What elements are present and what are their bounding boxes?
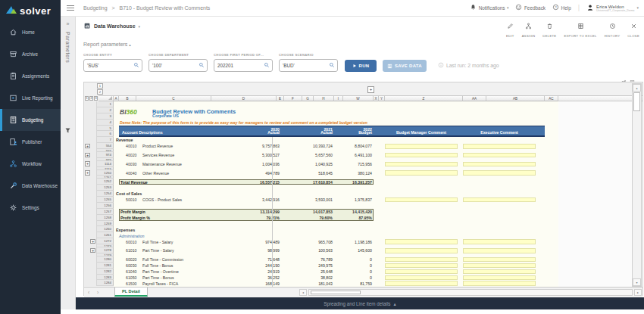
expand-chevrons-icon[interactable]: »	[67, 21, 70, 26]
budget-manager-comment-cell[interactable]	[385, 170, 458, 176]
sidebar-item-settings[interactable]: Settings	[0, 197, 61, 219]
entity-input[interactable]: 'SUS'	[83, 59, 142, 72]
sidebar-item-assignments[interactable]: Assignments	[0, 65, 61, 87]
sidebar-item-archive[interactable]: Archive	[0, 43, 61, 65]
history-button[interactable]: HISTORY	[605, 19, 621, 38]
column-header-G[interactable]: G	[302, 95, 314, 101]
executive-comment-cell[interactable]	[463, 197, 536, 203]
parameters-rail[interactable]: » Parameters	[61, 17, 76, 309]
scroll-up-icon[interactable]: ▴	[633, 84, 641, 92]
column-header-I[interactable]: I	[334, 95, 343, 101]
executive-comment-cell[interactable]	[463, 144, 536, 149]
vertical-scrollbar[interactable]: ▴ ▾	[632, 83, 642, 287]
column-outline-level-2-button[interactable]: 2	[97, 89, 103, 95]
scenario-input[interactable]: 'BUD'	[279, 59, 338, 72]
executive-comment-cell[interactable]	[463, 153, 536, 158]
first-period-input[interactable]: 202201	[214, 59, 273, 72]
budget-manager-comment-cell[interactable]	[385, 144, 458, 149]
column-header-H[interactable]: H	[314, 95, 334, 101]
column-header-D[interactable]: D	[211, 95, 277, 101]
save-data-button[interactable]: SAVE DATA	[383, 60, 427, 72]
outline-expand-button[interactable]: +	[90, 239, 95, 244]
column-header-F[interactable]: F	[284, 95, 302, 101]
executive-comment-cell[interactable]	[463, 162, 536, 167]
column-header-X[interactable]: X	[374, 95, 379, 101]
budget-manager-comment-cell[interactable]	[385, 248, 458, 253]
close-button[interactable]: CLOSE	[627, 19, 639, 38]
row-outline-level-1-button[interactable]: 1	[85, 96, 89, 101]
horizontal-scroll-track[interactable]	[308, 289, 633, 296]
column-outline-level-1-button[interactable]: 1	[97, 83, 103, 89]
export-to-excel-button[interactable]: EXPORT TO EXCEL	[564, 19, 596, 38]
executive-comment-cell[interactable]	[463, 170, 536, 176]
row-number[interactable]: 1256	[97, 203, 114, 209]
sheet-nav-arrows[interactable]: ‹ ›	[88, 290, 102, 295]
row-number[interactable]: 7	[97, 137, 114, 143]
outline-expand-button[interactable]: +	[85, 153, 90, 158]
solver-logo[interactable]: solver	[0, 0, 61, 21]
select-all-corner[interactable]	[98, 95, 114, 101]
budget-manager-comment-cell[interactable]	[385, 153, 458, 158]
budget-manager-comment-cell[interactable]	[385, 162, 458, 167]
row-number[interactable]: 4	[97, 120, 114, 126]
notifications-button[interactable]: Notifications ▾	[470, 4, 508, 11]
data-source-selector[interactable]: Data Warehouse ▾	[83, 22, 140, 30]
column-header-Z[interactable]: Z	[385, 95, 463, 101]
menu-icon[interactable]	[67, 5, 74, 11]
sheet-canvas[interactable]: BI360Budget Review with CommentsCorporat…	[114, 101, 642, 287]
row-number[interactable]: 1258	[97, 215, 114, 221]
row-number[interactable]: 1281	[97, 263, 114, 269]
budget-manager-comment-cell[interactable]	[385, 281, 458, 286]
department-input[interactable]: '100'	[148, 59, 208, 72]
breadcrumb[interactable]: Budgeting > B710 - Budget Review with Co…	[83, 5, 210, 11]
column-header-A[interactable]: A	[114, 95, 119, 101]
row-number[interactable]: 1280	[97, 256, 114, 263]
breadcrumb-section[interactable]: Budgeting	[83, 5, 108, 11]
row-number[interactable]: 1250	[97, 170, 114, 176]
executive-comment-cell[interactable]	[463, 275, 536, 281]
budget-manager-comment-cell[interactable]	[385, 239, 458, 244]
help-button[interactable]: ? Help	[552, 4, 571, 11]
sidebar-item-publisher[interactable]: Publisher	[0, 131, 61, 153]
budget-manager-comment-cell[interactable]	[385, 257, 458, 263]
budget-manager-comment-cell[interactable]	[385, 263, 458, 269]
column-header-AB[interactable]: AB	[486, 95, 545, 101]
row-outline-level-2-button[interactable]: 2	[89, 96, 93, 101]
row-number[interactable]: 1253	[97, 185, 114, 191]
row-number[interactable]: 1259	[97, 221, 114, 227]
sidebar-item-data-warehouse[interactable]: Data Warehouse	[0, 175, 61, 197]
row-number[interactable]: 1252	[97, 179, 114, 185]
column-header-Y[interactable]: Y	[379, 95, 385, 101]
budget-manager-comment-cell[interactable]	[385, 197, 458, 203]
row-number[interactable]: 1	[97, 101, 114, 107]
row-number[interactable]: 1254	[97, 191, 114, 197]
row-number[interactable]: 5	[97, 126, 114, 132]
sheet-tab-pl-detail[interactable]: PL Detail	[114, 288, 148, 297]
sidebar-item-budgeting[interactable]: Budgeting	[0, 109, 61, 131]
vertical-scroll-thumb[interactable]	[633, 92, 640, 111]
report-parameters-header[interactable]: Report parameters ▴	[83, 42, 131, 47]
row-number[interactable]: 1283	[97, 275, 114, 281]
executive-comment-cell[interactable]	[463, 257, 536, 263]
row-number[interactable]: 1278	[97, 247, 114, 253]
row-number[interactable]: 2	[97, 107, 114, 113]
outline-expand-button[interactable]: +	[85, 161, 90, 166]
row-number[interactable]: 974	[97, 152, 114, 158]
sidebar-item-home[interactable]: Home	[0, 21, 61, 43]
row-number[interactable]: 554	[97, 143, 114, 149]
budget-manager-comment-cell[interactable]	[385, 275, 458, 281]
column-header-AA[interactable]: AA	[463, 95, 486, 101]
feedback-button[interactable]: Feedback	[515, 4, 546, 11]
scroll-right-icon[interactable]: ▸	[634, 289, 642, 296]
executive-comment-cell[interactable]	[463, 281, 536, 286]
budget-manager-comment-cell[interactable]	[385, 269, 458, 275]
row-number[interactable]: 6	[97, 131, 114, 137]
column-expand-button[interactable]: +	[367, 86, 374, 93]
row-number[interactable]: 1282	[97, 269, 114, 275]
user-menu[interactable]: Erica Weldon UniversalIT_Corporate_Demo …	[586, 4, 639, 12]
delete-button[interactable]: DELETE	[542, 19, 556, 38]
outline-expand-button[interactable]: +	[85, 170, 90, 176]
run-button[interactable]: RUN	[345, 60, 377, 72]
edit-button[interactable]: EDIT	[506, 19, 514, 38]
row-number[interactable]: 1257	[97, 209, 114, 215]
